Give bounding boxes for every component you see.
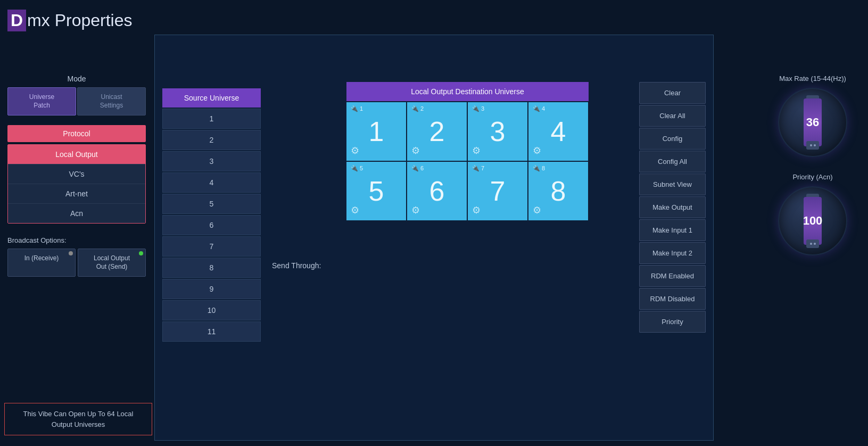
mode-buttons: UniversePatch UnicastSettings [7, 87, 146, 115]
source-universe-list: 1 2 3 4 5 6 7 8 9 10 11 [162, 109, 261, 342]
dot-7 [810, 243, 812, 245]
dest-cell-7-large-num: 7 [490, 175, 506, 207]
make-input-2-button[interactable]: Make Input 2 [639, 242, 706, 264]
dest-cell-4[interactable]: 🔌 4 ⚙ 4 [528, 102, 588, 161]
dest-cell-7-icon: ⚙ [472, 204, 481, 216]
source-item-3[interactable]: 3 [162, 151, 261, 171]
protocol-list: Local Output VC's Art-net Acn [7, 144, 146, 224]
page-title: D mx Properties [7, 10, 133, 31]
protocol-artnet[interactable]: Art-net [8, 184, 145, 204]
source-item-5[interactable]: 5 [162, 194, 261, 214]
mode-label: Mode [7, 75, 146, 83]
source-item-10[interactable]: 10 [162, 300, 261, 320]
dest-cell-6-small-num: 🔌 6 [411, 165, 424, 172]
local-output-send-indicator [139, 251, 143, 255]
protocol-label: Protocol [7, 125, 146, 142]
protocol-acn[interactable]: Acn [8, 204, 145, 223]
source-universe-header: Source Universe [162, 88, 261, 108]
priority-button[interactable]: Priority [639, 311, 706, 333]
dest-cell-3-small-num: 🔌 3 [472, 105, 484, 112]
priority-acn-knob-bottom-dots [806, 239, 819, 248]
dest-cell-1[interactable]: 🔌 1 ⚙ 1 [346, 102, 406, 161]
rdm-disabled-button[interactable]: RDM Disabled [639, 288, 706, 310]
dest-cell-5[interactable]: 🔌 5 ⚙ 5 [346, 162, 406, 220]
dest-cell-5-small-num: 🔌 5 [351, 165, 363, 172]
max-rate-value: 36 [806, 115, 819, 129]
source-item-2[interactable]: 2 [162, 130, 261, 150]
priority-acn-section: Priority (Acn) 100 [778, 173, 847, 255]
dest-cell-5-large-num: 5 [369, 175, 384, 207]
dest-cell-6[interactable]: 🔌 6 ⚙ 6 [407, 162, 467, 220]
destination-grid: 🔌 1 ⚙ 1 🔌 2 ⚙ 2 🔌 3 ⚙ 3 🔌 4 ⚙ 4 🔌 5 [346, 102, 589, 220]
dest-cell-4-large-num: 4 [551, 115, 566, 147]
mode-btn-universe-patch[interactable]: UniversePatch [7, 87, 76, 115]
main-panel: Source Universe 1 2 3 4 5 6 7 8 9 10 11 … [154, 35, 714, 441]
broadcast-section: Broadcast Options: In (Receive) Local Ou… [7, 236, 146, 277]
mode-btn-unicast-settings[interactable]: UnicastSettings [77, 87, 146, 115]
dest-cell-3[interactable]: 🔌 3 ⚙ 3 [468, 102, 527, 161]
send-through-label: Send Through: [272, 261, 321, 270]
clear-all-button[interactable]: Clear All [639, 105, 706, 127]
priority-acn-value: 100 [803, 214, 823, 228]
priority-acn-knob[interactable]: 100 [778, 186, 847, 255]
max-rate-label: Max Rate (15-44(Hz)) [779, 75, 846, 82]
title-rest: mx Properties [27, 11, 132, 30]
dest-cell-2-small-num: 🔌 2 [411, 105, 424, 112]
config-button[interactable]: Config [639, 128, 706, 150]
dest-cell-3-large-num: 3 [490, 115, 506, 147]
priority-acn-label: Priority (Acn) [792, 173, 832, 181]
source-item-9[interactable]: 9 [162, 279, 261, 299]
in-receive-indicator [69, 251, 73, 255]
max-rate-section: Max Rate (15-44(Hz)) 36 [778, 75, 847, 157]
title-letter-d: D [7, 10, 26, 31]
right-panel: Max Rate (15-44(Hz)) 36 Priority (Acn) [765, 75, 861, 271]
make-input-1-button[interactable]: Make Input 1 [639, 219, 706, 241]
dest-cell-2-large-num: 2 [429, 115, 445, 147]
action-buttons: Clear Clear All Config Config All Subnet… [639, 82, 706, 333]
broadcast-local-output-send[interactable]: Local OutputOut (Send) [78, 249, 146, 277]
protocol-vcs[interactable]: VC's [8, 164, 145, 184]
priority-acn-knob-outer: 100 [778, 186, 847, 255]
dest-cell-8-icon: ⚙ [533, 204, 541, 216]
dest-cell-5-icon: ⚙ [351, 204, 359, 216]
dest-cell-7[interactable]: 🔌 7 ⚙ 7 [468, 162, 527, 220]
dest-cell-2-icon: ⚙ [411, 145, 420, 156]
source-item-7[interactable]: 7 [162, 236, 261, 257]
dest-cell-1-small-num: 🔌 1 [351, 105, 363, 112]
max-rate-knob-outer: 36 [778, 88, 847, 157]
source-item-8[interactable]: 8 [162, 258, 261, 278]
rdm-enabled-button[interactable]: RDM Enabled [639, 265, 706, 287]
source-universe-section: Source Universe 1 2 3 4 5 6 7 8 9 10 11 [162, 88, 261, 342]
destination-section: Local Output Destination Universe 🔌 1 ⚙ … [346, 82, 589, 220]
source-item-6[interactable]: 6 [162, 215, 261, 235]
source-item-11[interactable]: 11 [162, 321, 261, 342]
dest-cell-2[interactable]: 🔌 2 ⚙ 2 [407, 102, 467, 161]
dest-cell-8-large-num: 8 [551, 175, 566, 207]
left-panel: Mode UniversePatch UnicastSettings Proto… [7, 75, 146, 277]
dest-cell-1-icon: ⚙ [351, 145, 359, 156]
broadcast-in-receive[interactable]: In (Receive) [7, 249, 76, 277]
info-box: This Vibe Can Open Up To 64 Local Output… [4, 403, 152, 435]
clear-button[interactable]: Clear [639, 82, 706, 104]
max-rate-knob-bottom-dots [806, 141, 819, 150]
dest-cell-4-icon: ⚙ [533, 145, 541, 156]
dest-cell-3-icon: ⚙ [472, 145, 481, 156]
config-all-button[interactable]: Config All [639, 151, 706, 172]
source-item-1[interactable]: 1 [162, 109, 261, 129]
protocol-local-output[interactable]: Local Output [8, 145, 145, 164]
max-rate-knob[interactable]: 36 [778, 88, 847, 157]
broadcast-label: Broadcast Options: [7, 236, 146, 244]
dest-cell-4-small-num: 🔌 4 [533, 105, 545, 112]
dest-cell-8[interactable]: 🔌 8 ⚙ 8 [528, 162, 588, 220]
source-item-4[interactable]: 4 [162, 172, 261, 193]
dot-3 [810, 144, 812, 146]
dot-4 [814, 144, 816, 146]
dest-cell-8-small-num: 🔌 8 [533, 165, 545, 172]
broadcast-buttons: In (Receive) Local OutputOut (Send) [7, 249, 146, 277]
dest-cell-7-small-num: 🔌 7 [472, 165, 484, 172]
dest-cell-6-large-num: 6 [429, 175, 445, 207]
destination-header: Local Output Destination Universe [346, 82, 589, 101]
subnet-view-button[interactable]: Subnet View [639, 174, 706, 195]
dest-cell-6-icon: ⚙ [411, 204, 420, 216]
make-output-button[interactable]: Make Output [639, 196, 706, 218]
